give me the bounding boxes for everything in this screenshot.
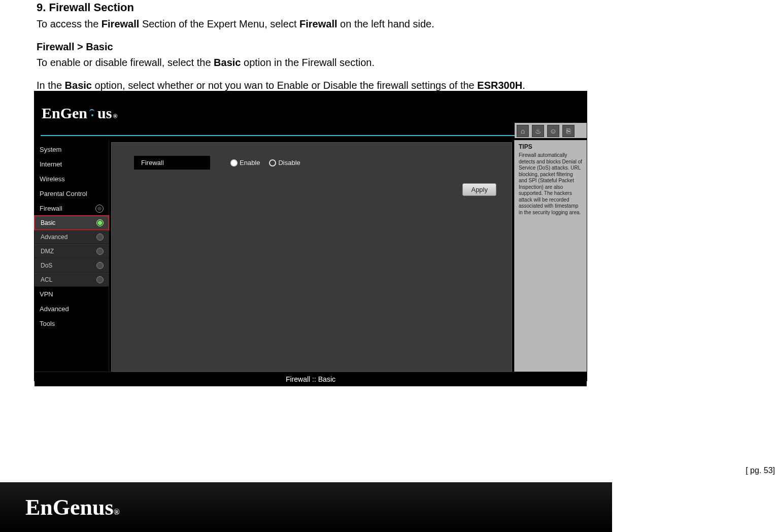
radio-dot-icon <box>230 159 238 167</box>
nav-vpn[interactable]: VPN <box>35 287 109 302</box>
tips-body: Firewall automatically detects and block… <box>519 152 583 216</box>
exit-icon[interactable]: ⎘ <box>562 125 575 137</box>
router-admin-screenshot: EnGenus® System Internet Wireless Parent… <box>35 91 587 381</box>
nav-parental-control[interactable]: Parental Control <box>35 186 109 201</box>
tips-title: TIPS <box>519 143 583 150</box>
paragraph-3: In the Basic option, select whether or n… <box>37 79 646 92</box>
wifi-icon <box>87 108 97 118</box>
brand-logo: EnGenus® <box>42 105 117 122</box>
subnav-dmz[interactable]: DMZ <box>35 244 109 258</box>
subnav-acl[interactable]: ACL <box>35 273 109 287</box>
left-nav: System Internet Wireless Parental Contro… <box>35 140 109 372</box>
subnav-advanced[interactable]: Advanced <box>35 230 109 244</box>
subnav-dos[interactable]: DoS <box>35 258 109 273</box>
subnav-basic[interactable]: Basic <box>35 216 109 230</box>
page-footer: EnGenus® <box>0 482 612 532</box>
radio-dot-icon <box>269 159 276 167</box>
breadcrumb: Firewall :: Basic <box>35 372 587 386</box>
firewall-toggle-row: Firewall Enable Disable <box>134 156 512 170</box>
top-icon-bar: ⌂ ♨ ☺ ⎘ <box>517 125 575 137</box>
nav-wireless[interactable]: Wireless <box>35 172 109 186</box>
network-icon[interactable]: ♨ <box>532 125 544 137</box>
document-body: 9. Firewall Section To access the Firewa… <box>37 0 646 102</box>
paragraph-1: To access the Firewall Section of the Ex… <box>37 17 646 31</box>
home-icon[interactable]: ⌂ <box>517 125 529 137</box>
footer-brand-logo: EnGenus® <box>25 494 120 520</box>
nav-system[interactable]: System <box>35 142 109 157</box>
tips-panel: ⌂ ♨ ☺ ⎘ TIPS Firewall automatically dete… <box>514 140 587 372</box>
page-number: [ pg. 53] <box>746 466 775 475</box>
nav-firewall[interactable]: Firewall <box>35 201 109 216</box>
apply-button[interactable]: Apply <box>462 183 496 196</box>
section-heading: 9. Firewall Section <box>37 0 646 15</box>
header-divider <box>41 135 581 136</box>
nav-advanced[interactable]: Advanced <box>35 302 109 316</box>
paragraph-2: To enable or disable firewall, select th… <box>37 56 646 70</box>
nav-tools[interactable]: Tools <box>35 316 109 331</box>
subheading-basic: Firewall > Basic <box>37 40 646 54</box>
main-panel: Firewall Enable Disable Apply <box>111 142 512 372</box>
user-icon[interactable]: ☺ <box>547 125 559 137</box>
radio-disable[interactable]: Disable <box>269 159 300 167</box>
firewall-radio-group: Enable Disable <box>230 159 300 167</box>
screenshot-header: EnGenus® <box>35 91 587 135</box>
firewall-submenu: Basic Advanced DMZ DoS ACL <box>35 216 109 287</box>
radio-enable[interactable]: Enable <box>230 159 260 167</box>
nav-internet[interactable]: Internet <box>35 157 109 172</box>
firewall-label: Firewall <box>134 156 210 170</box>
